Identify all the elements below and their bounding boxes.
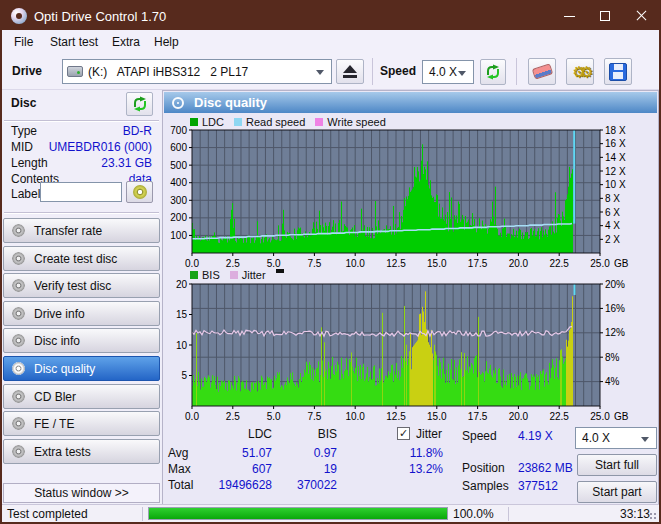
samples-stat-label: Samples xyxy=(462,479,509,493)
avg-bis-value: 0.97 xyxy=(252,446,337,460)
sidebar-item-drive-info[interactable]: Drive info xyxy=(3,301,160,326)
maximize-button[interactable] xyxy=(587,2,623,30)
avg-jitter-value: 11.8% xyxy=(357,446,443,460)
refresh-button[interactable] xyxy=(480,59,506,85)
erase-button[interactable] xyxy=(528,58,556,85)
speed-stat-label: Speed xyxy=(462,429,497,443)
sidebar-item-cd-bler[interactable]: CD Bler xyxy=(3,384,160,409)
svg-text:300: 300 xyxy=(170,195,187,206)
save-button[interactable] xyxy=(604,58,632,85)
position-stat-label: Position xyxy=(462,461,505,475)
speed-label: Speed xyxy=(380,64,416,78)
svg-text:20%: 20% xyxy=(605,279,625,290)
svg-text:GB: GB xyxy=(614,411,629,422)
status-window-button[interactable]: Status window >> xyxy=(3,483,160,503)
disc-icon xyxy=(12,362,25,375)
progress-fill xyxy=(149,508,447,519)
sidebar-item-extra-tests[interactable]: Extra tests xyxy=(3,439,160,464)
read-speed-legend-swatch xyxy=(234,118,242,126)
svg-text:100: 100 xyxy=(170,230,187,241)
disc-icon xyxy=(12,390,25,403)
svg-text:4%: 4% xyxy=(605,376,620,387)
refresh-icon xyxy=(132,96,148,112)
disc-icon xyxy=(12,417,25,430)
progress-percent: 100.0% xyxy=(453,507,494,521)
disc-icon xyxy=(12,279,25,292)
test-speed-select[interactable]: 4.0 X xyxy=(575,427,657,449)
toolbar-separator xyxy=(372,58,373,85)
speed-select-value: 4.0 X xyxy=(429,65,457,79)
disc-section-title: Disc xyxy=(11,96,36,110)
rescan-disc-button[interactable] xyxy=(126,92,153,116)
sidebar-item-fe-te[interactable]: FE / TE xyxy=(3,411,160,436)
sidebar-item-disc-info[interactable]: Disc info xyxy=(3,328,160,353)
svg-text:6 X: 6 X xyxy=(605,207,620,218)
svg-text:15.0: 15.0 xyxy=(427,411,447,422)
bis-column-header: BIS xyxy=(252,427,337,441)
drive-select-value: (K:) ATAPI iHBS312 2 PL17 xyxy=(88,65,248,79)
type-value: BD-R xyxy=(123,124,152,138)
start-part-button[interactable]: Start part xyxy=(577,481,657,503)
app-window: Opti Drive Control 1.70 File Start test … xyxy=(0,0,661,524)
svg-text:4 X: 4 X xyxy=(605,220,620,231)
resize-grip[interactable] xyxy=(649,512,657,520)
bis-legend-label: BIS xyxy=(202,269,220,281)
speed-stat-value: 4.19 X xyxy=(518,429,553,443)
close-button[interactable] xyxy=(623,2,659,30)
chart1-legend: LDC Read speed Write speed xyxy=(190,116,386,128)
test-speed-select-value: 4.0 X xyxy=(582,431,610,445)
panel-header: Disc quality xyxy=(164,92,657,113)
settings-button[interactable]: ⚙⚙ xyxy=(566,58,594,85)
svg-text:5.0: 5.0 xyxy=(267,411,281,422)
divider xyxy=(508,507,509,521)
speed-select[interactable]: 4.0 X xyxy=(422,60,474,84)
svg-text:8%: 8% xyxy=(605,352,620,363)
mid-label: MID xyxy=(11,140,33,154)
menu-start-test[interactable]: Start test xyxy=(44,33,104,51)
svg-text:500: 500 xyxy=(170,160,187,171)
disc-icon xyxy=(12,224,25,237)
sidebar-item-verify-test-disc[interactable]: Verify test disc xyxy=(3,273,160,298)
chevron-down-icon xyxy=(641,437,649,442)
status-bar: Test completed 100.0% 33:13 xyxy=(2,504,659,522)
refresh-icon xyxy=(485,64,501,80)
svg-text:12%: 12% xyxy=(605,327,625,338)
svg-text:14 X: 14 X xyxy=(605,152,626,163)
svg-text:12 X: 12 X xyxy=(605,166,626,177)
menu-extra[interactable]: Extra xyxy=(106,33,146,51)
divider xyxy=(4,212,159,213)
svg-text:12.5: 12.5 xyxy=(386,411,406,422)
svg-text:600: 600 xyxy=(170,142,187,153)
disc-icon xyxy=(12,252,25,265)
sidebar-item-create-test-disc[interactable]: Create test disc xyxy=(3,246,160,271)
window-title: Opti Drive Control 1.70 xyxy=(34,9,166,24)
ldc-read-speed-chart: 70060050040030020010018 X16 X14 X12 X10 … xyxy=(164,114,658,268)
start-full-button[interactable]: Start full xyxy=(577,454,657,476)
max-jitter-value: 13.2% xyxy=(357,462,443,476)
svg-text:10: 10 xyxy=(176,340,188,351)
bis-jitter-chart: 201510520%16%12%8%4%0.02.55.07.510.012.5… xyxy=(164,268,658,422)
svg-text:2 X: 2 X xyxy=(605,234,620,245)
max-bis-value: 19 xyxy=(252,462,337,476)
svg-text:16%: 16% xyxy=(605,303,625,314)
drive-icon xyxy=(67,66,83,77)
label-input[interactable] xyxy=(40,182,122,202)
write-label-button[interactable] xyxy=(126,181,153,203)
sidebar-item-transfer-rate[interactable]: Transfer rate xyxy=(3,218,160,243)
eject-button[interactable] xyxy=(336,59,364,84)
write-speed-legend-label: Write speed xyxy=(327,116,386,128)
sidebar: Disc Type BD-R MID UMEBDR016 (000) Lengt… xyxy=(2,90,161,506)
disc-icon xyxy=(172,97,184,109)
disc-icon xyxy=(12,307,25,320)
sidebar-item-disc-quality[interactable]: Disc quality xyxy=(3,356,160,381)
write-speed-legend-swatch xyxy=(315,118,323,126)
minimize-button[interactable] xyxy=(551,2,587,30)
menu-help[interactable]: Help xyxy=(148,33,185,51)
mid-value: UMEBDR016 (000) xyxy=(49,140,152,154)
eject-icon xyxy=(343,65,357,78)
save-icon xyxy=(609,63,627,81)
menu-file[interactable]: File xyxy=(8,33,39,51)
drive-select[interactable]: (K:) ATAPI iHBS312 2 PL17 xyxy=(62,59,332,84)
type-label: Type xyxy=(11,124,37,138)
jitter-checkbox[interactable]: ✓ xyxy=(397,427,410,440)
